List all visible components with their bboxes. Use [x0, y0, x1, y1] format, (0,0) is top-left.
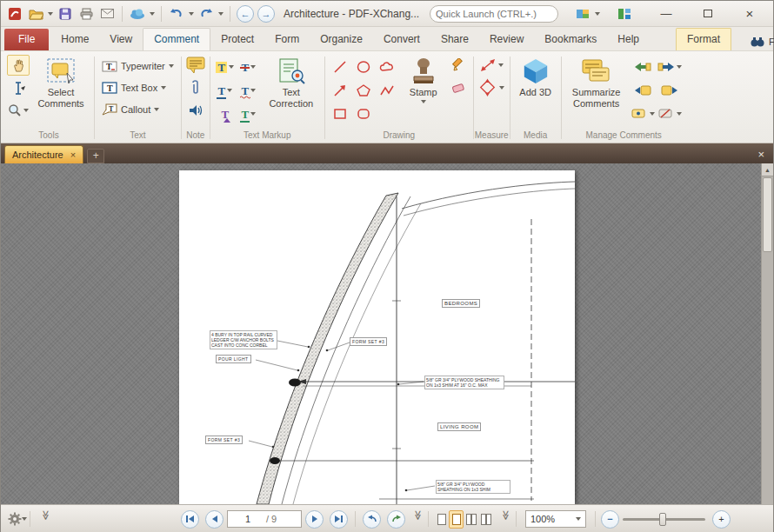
- distance-tool-button[interactable]: [478, 55, 504, 76]
- line-tool-button[interactable]: [329, 57, 351, 77]
- redo-caret[interactable]: [218, 12, 224, 16]
- layout-options-chevron[interactable]: ≫: [492, 510, 511, 528]
- select-text-tool-button[interactable]: [7, 77, 30, 98]
- history-back-button[interactable]: ←: [237, 5, 254, 23]
- underline-caret[interactable]: [227, 89, 232, 92]
- vertical-scrollbar[interactable]: ▲: [761, 163, 773, 504]
- next-view-button[interactable]: [387, 510, 405, 529]
- rounded-rectangle-tool-button[interactable]: [352, 103, 375, 124]
- email-button[interactable]: [98, 5, 116, 23]
- find-button[interactable]: Find...: [744, 33, 774, 50]
- next-page-button[interactable]: [305, 510, 324, 529]
- area-caret[interactable]: [499, 86, 504, 90]
- view-profiles-icon[interactable]: [574, 5, 591, 23]
- select-comments-button[interactable]: Select Comments: [31, 55, 90, 111]
- continuous-layout-button[interactable]: [449, 510, 464, 529]
- typewriter-button[interactable]: T Typewriter: [98, 57, 177, 76]
- zoom-tool-caret[interactable]: [23, 109, 29, 112]
- zoom-slider-thumb[interactable]: [659, 513, 666, 526]
- options-gear-caret[interactable]: [22, 517, 27, 521]
- zoom-slider[interactable]: [623, 518, 705, 521]
- expand-toolbar-chevron[interactable]: ≫: [32, 510, 51, 528]
- replace-text-button[interactable]: T: [237, 103, 260, 124]
- options-gear-button[interactable]: [8, 509, 27, 529]
- zoom-dropdown-caret[interactable]: [576, 517, 581, 521]
- view-history-chevron[interactable]: ≫: [404, 510, 424, 528]
- view-profiles-caret[interactable]: [595, 12, 600, 16]
- hand-tool-button[interactable]: [7, 55, 30, 76]
- tab-home[interactable]: Home: [50, 29, 99, 50]
- polygon-tool-button[interactable]: [352, 80, 375, 101]
- open-file-caret[interactable]: [48, 12, 53, 16]
- show-comments-caret[interactable]: [650, 112, 655, 116]
- undo-button[interactable]: [168, 5, 185, 23]
- tab-protect[interactable]: Protect: [210, 29, 264, 50]
- export-comments-button[interactable]: [657, 57, 683, 77]
- two-page-continuous-layout-button[interactable]: [478, 510, 493, 529]
- quick-launch-input[interactable]: [436, 9, 559, 19]
- zoom-in-button[interactable]: +: [712, 510, 731, 529]
- sticky-note-button[interactable]: [185, 55, 206, 76]
- area-tool-button[interactable]: [477, 77, 505, 98]
- restore-button[interactable]: [697, 7, 719, 20]
- zoom-tool-button[interactable]: [7, 100, 30, 121]
- hide-comments-button[interactable]: [657, 103, 683, 124]
- tab-review[interactable]: Review: [479, 29, 534, 50]
- arrow-tool-button[interactable]: [329, 80, 351, 101]
- summarize-comments-button[interactable]: Summarize Comments: [565, 55, 628, 111]
- tab-view[interactable]: View: [99, 29, 143, 50]
- pdf-page[interactable]: BEDROOMS LIVING ROOM FORM SET #3 FORM SE…: [179, 170, 575, 504]
- document-area[interactable]: BEDROOMS LIVING ROOM FORM SET #3 FORM SE…: [1, 163, 773, 504]
- previous-view-button[interactable]: [363, 510, 381, 529]
- show-comments-button[interactable]: [630, 103, 656, 124]
- open-file-button[interactable]: [27, 5, 44, 23]
- stamp-button[interactable]: Stamp: [400, 55, 447, 106]
- strikeout-text-button[interactable]: T: [237, 57, 260, 77]
- next-comment-button[interactable]: [657, 80, 683, 101]
- polyline-tool-button[interactable]: [376, 80, 398, 101]
- sound-annotation-button[interactable]: [185, 100, 206, 121]
- typewriter-caret[interactable]: [169, 64, 174, 68]
- undo-caret[interactable]: [189, 12, 194, 16]
- close-document-button[interactable]: ×: [752, 148, 770, 163]
- stamp-caret[interactable]: [421, 100, 426, 103]
- minimize-button[interactable]: —: [655, 7, 677, 20]
- new-document-tab-button[interactable]: +: [87, 149, 104, 163]
- callout-caret[interactable]: [154, 108, 159, 111]
- tab-share[interactable]: Share: [430, 29, 479, 50]
- zoom-level-dropdown[interactable]: 100%: [525, 510, 586, 528]
- history-forward-button[interactable]: →: [257, 5, 275, 23]
- import-comments-button[interactable]: [630, 57, 656, 77]
- previous-comment-button[interactable]: [630, 80, 656, 101]
- tab-comment[interactable]: Comment: [143, 28, 210, 50]
- print-button[interactable]: [77, 5, 95, 23]
- text-box-caret[interactable]: [161, 86, 166, 90]
- text-correction-button[interactable]: Text Correction: [262, 55, 321, 111]
- switch-layout-icon[interactable]: [616, 5, 633, 23]
- callout-button[interactable]: T Callout: [98, 100, 177, 119]
- zoom-out-button[interactable]: −: [601, 510, 619, 529]
- squiggly-underline-button[interactable]: T: [237, 80, 260, 101]
- tab-convert[interactable]: Convert: [373, 29, 430, 50]
- tab-bookmarks[interactable]: Bookmarks: [534, 29, 607, 50]
- cloud-button[interactable]: [129, 5, 146, 23]
- distance-caret[interactable]: [498, 63, 504, 67]
- eraser-tool-button[interactable]: [449, 77, 470, 98]
- underline-text-button[interactable]: T: [214, 80, 237, 101]
- insert-text-button[interactable]: T: [214, 103, 237, 124]
- cloud-tool-button[interactable]: [376, 57, 398, 77]
- redo-button[interactable]: [197, 5, 215, 23]
- strikeout-caret[interactable]: [250, 65, 256, 69]
- squiggly-caret[interactable]: [250, 89, 256, 92]
- scroll-up-button[interactable]: ▲: [762, 163, 773, 176]
- pencil-tool-button[interactable]: [449, 55, 470, 76]
- tab-form[interactable]: Form: [264, 29, 310, 50]
- tab-organize[interactable]: Organize: [310, 29, 373, 50]
- highlight-caret[interactable]: [229, 65, 234, 69]
- document-tab-close-icon[interactable]: ×: [70, 150, 76, 160]
- hide-comments-caret[interactable]: [677, 112, 682, 116]
- tab-help[interactable]: Help: [607, 29, 650, 50]
- export-comments-caret[interactable]: [677, 65, 682, 69]
- quick-launch-box[interactable]: [430, 5, 558, 23]
- ellipse-tool-button[interactable]: [352, 57, 375, 77]
